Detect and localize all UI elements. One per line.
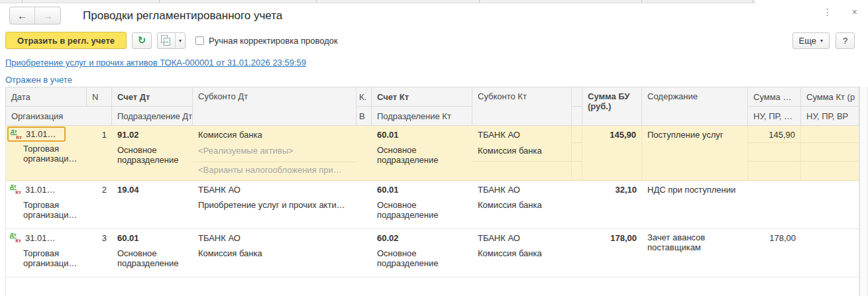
sum-dt-nu: 145,90 — [753, 126, 795, 143]
col-account-dt: Счет Дт — [112, 87, 193, 107]
focused-cell[interactable]: ДтКт 31.01… — [7, 126, 66, 142]
entry-content: Зачет авансов поставщикам — [647, 232, 743, 252]
sum-bu: 32,10 — [588, 181, 637, 198]
titlebar: ← → Проводки регламентированного учета ⋮… — [0, 3, 868, 28]
table-row[interactable]: ДтКт 31.01… Торговая организаци… 1 91.02… — [5, 126, 859, 181]
more-button-label: Еще — [799, 36, 816, 46]
close-icon[interactable]: × — [852, 7, 857, 17]
window-menu-icon[interactable]: ⋮ — [823, 7, 832, 17]
col-spacer-bottom — [572, 107, 582, 126]
col-sum-dt: Сумма … — [748, 87, 801, 107]
account-dt: 19.04 — [117, 181, 188, 198]
entry-content: НДС при поступлении — [647, 181, 743, 198]
division-dt: Основное подразделение — [117, 248, 188, 268]
subconto-dt: Комиссия банка — [198, 248, 351, 258]
col-nu-dt: НУ, ПР, … — [748, 107, 801, 126]
col-division-dt: Подразделение Дт — [112, 107, 193, 126]
subconto-kt: ТБАНК АО — [478, 181, 567, 198]
col-account-kt: Счет Кт — [372, 87, 472, 107]
col-sum-bu: Сумма БУ (руб.) — [582, 87, 642, 126]
forward-button[interactable]: → — [35, 7, 60, 24]
entry-date: 31.01… — [25, 185, 56, 195]
subconto-dt: Комиссия банка — [198, 126, 351, 143]
dt-kt-icon: ДтКт — [11, 129, 22, 140]
col-content: Содержание — [642, 87, 748, 126]
entry-content: Поступление услуг — [647, 126, 742, 143]
subconto-kt: Комиссия банка — [478, 200, 567, 210]
col-organization: Организация — [6, 107, 112, 126]
register-records-split-button[interactable]: → ▾ — [157, 32, 186, 49]
subconto-dt: Приобретение услуг и прочих акти… — [198, 200, 351, 210]
table-header: Дата N Счет Дт Субконто Дт К. Счет Кт Су… — [5, 87, 859, 126]
division-kt: Основное подразделение — [377, 145, 467, 165]
subconto-kt: ТБАНК АО — [478, 229, 567, 246]
subconto-dt: ТБАНК АО — [198, 181, 351, 198]
back-button[interactable]: ← — [10, 7, 35, 24]
subconto-dt-placeholder: <Реализуемые активы> — [198, 146, 294, 156]
manual-adjustment-label: Ручная корректировка проводок — [209, 36, 338, 46]
manual-adjustment-checkbox[interactable] — [195, 36, 204, 45]
table-row[interactable]: ДтКт 31.01… Торговая организаци… 2 19.04… — [5, 181, 859, 229]
table-row[interactable]: ДтКт 31.01… Торговая организаци… 3 60.01… — [5, 229, 859, 277]
table-empty-area — [5, 277, 859, 296]
col-k: К. — [356, 87, 372, 107]
division-kt: Основное подразделение — [377, 200, 467, 220]
division-kt: Основное подразделение — [377, 248, 467, 268]
division-dt: Основное подразделение — [117, 145, 188, 165]
account-dt: 91.02 — [117, 126, 188, 143]
subconto-kt: ТБАНК АО — [478, 126, 566, 143]
col-subconto-dt: Субконто Дт — [193, 87, 356, 126]
organization: Торговая организаци… — [7, 144, 81, 164]
entry-number: 2 — [92, 181, 107, 198]
subconto-kt: Комиссия банка — [478, 143, 566, 156]
account-kt: 60.01 — [377, 181, 467, 198]
account-kt: 60.02 — [377, 229, 467, 246]
col-division-kt: Подразделение Кт — [372, 107, 472, 126]
more-button[interactable]: Еще ▾ — [792, 32, 830, 49]
col-sum-kt: Сумма Кт (р — [801, 87, 859, 107]
chevron-down-icon[interactable]: ▾ — [175, 33, 185, 48]
entry-date: 31.01… — [26, 129, 56, 139]
history-nav: ← → — [9, 7, 61, 25]
sum-dt-nu: 178,00 — [753, 229, 796, 246]
sum-bu: 145,90 — [588, 126, 636, 143]
document-link[interactable]: Приобретение услуг и прочих активов ТОКА… — [5, 58, 306, 68]
sum-kt-nu — [806, 229, 853, 246]
dt-kt-icon: ДтКт — [10, 184, 21, 195]
sum-kt-nu — [806, 126, 853, 143]
manual-adjustment-checkbox-wrap[interactable]: Ручная корректировка проводок — [195, 36, 338, 46]
organization: Торговая организаци… — [10, 248, 81, 268]
col-subconto-kt: Субконто Кт — [472, 87, 572, 126]
chevron-down-icon: ▾ — [820, 38, 823, 44]
subconto-dt: ТБАНК АО — [198, 229, 351, 246]
col-date: Дата — [6, 87, 87, 107]
refresh-button[interactable]: ↻ — [132, 32, 152, 49]
col-nu-kt: НУ, ПР, ВР — [801, 107, 859, 126]
help-button[interactable]: ? — [836, 32, 855, 49]
account-kt: 60.01 — [377, 126, 467, 143]
register-records-icon: → — [158, 33, 175, 48]
sum-bu: 178,00 — [588, 229, 637, 246]
entry-number: 3 — [92, 229, 107, 246]
entry-number: 1 — [92, 126, 107, 143]
reflect-in-accounting-button[interactable]: Отразить в регл. учете — [5, 32, 127, 49]
status-text: Отражен в учете — [5, 75, 868, 85]
sum-dt-nu — [753, 181, 796, 198]
account-dt: 60.01 — [117, 229, 188, 246]
dt-kt-icon: ДтКт — [10, 232, 21, 243]
col-spacer-top — [572, 87, 582, 107]
page-title: Проводки регламентированного учета — [83, 9, 282, 23]
entry-date: 31.01… — [25, 233, 56, 243]
subconto-dt-placeholder: <Варианты налогообложения при… — [198, 165, 342, 175]
subconto-kt: Комиссия банка — [478, 248, 567, 258]
col-n: N — [87, 87, 112, 107]
toolbar: Отразить в регл. учете ↻ → ▾ Ручная корр… — [5, 31, 855, 50]
vertical-scrollbar[interactable] — [859, 87, 868, 296]
organization: Торговая организаци… — [10, 200, 81, 220]
sum-kt-nu — [806, 181, 853, 198]
entries-table: Дата N Счет Дт Субконто Дт К. Счет Кт Су… — [5, 87, 859, 296]
col-v: В — [356, 107, 372, 126]
